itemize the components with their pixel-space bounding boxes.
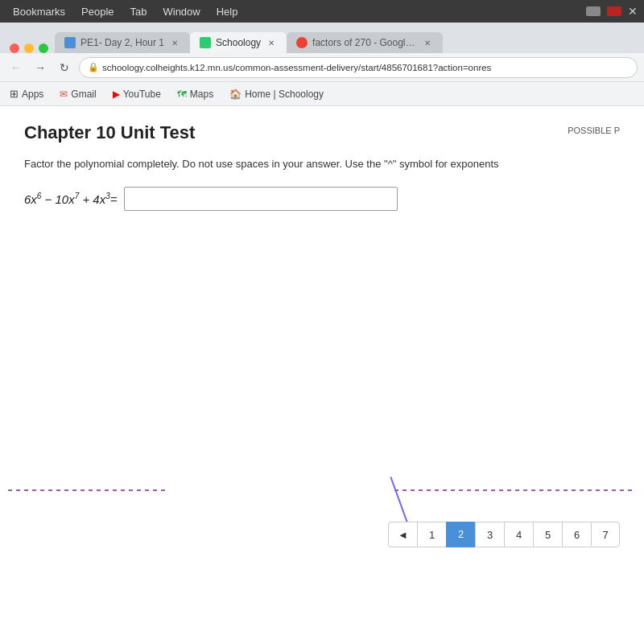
page-title: Chapter 10 Unit Test	[24, 122, 195, 143]
menu-help[interactable]: Help	[210, 4, 245, 19]
content-area: Chapter 10 Unit Test POSSIBLE P Factor t…	[0, 106, 644, 644]
menu-people[interactable]: People	[75, 4, 120, 19]
bookmark-maps[interactable]: 🗺 Maps	[174, 87, 217, 101]
pagination-page-4[interactable]: 4	[504, 522, 533, 547]
tab-favicon-pe1	[64, 37, 76, 48]
traffic-lights	[3, 43, 55, 53]
maps-icon: 🗺	[177, 89, 187, 100]
bookmark-gmail-label: Gmail	[71, 89, 96, 100]
decorative-line-left	[8, 489, 169, 491]
points-area: POSSIBLE P	[568, 122, 620, 137]
bookmark-gmail[interactable]: ✉ Gmail	[56, 87, 99, 101]
bookmark-schoology[interactable]: 🏠 Home | Schoology	[226, 87, 327, 101]
pagination: ◄ 1 2 3 4 5 6 7	[388, 522, 620, 547]
schoology-icon: 🏠	[229, 89, 242, 100]
question-instruction: Factor the polynomial completely. Do not…	[24, 156, 620, 172]
flag-icon	[607, 6, 621, 16]
maximize-window-button[interactable]	[39, 43, 48, 53]
pagination-prev[interactable]: ◄	[388, 522, 417, 547]
pagination-page-7[interactable]: 7	[591, 522, 620, 547]
zoom-icon	[586, 6, 601, 16]
apps-icon: ⊞	[10, 88, 19, 100]
bookmark-youtube-label: YouTube	[123, 89, 161, 100]
address-field[interactable]: 🔒 schoology.colheights.k12.mn.us/common-…	[79, 57, 638, 78]
tab-bar: PE1- Day 2, Hour 1 ✕ Schoology ✕ factors…	[0, 23, 644, 53]
lock-icon: 🔒	[88, 62, 99, 72]
pagination-page-5[interactable]: 5	[533, 522, 562, 547]
close-icon[interactable]: ✕	[628, 5, 638, 18]
bookmark-apps[interactable]: ⊞ Apps	[6, 86, 47, 101]
answer-input[interactable]	[124, 187, 398, 211]
tab-label-schoology: Schoology	[216, 37, 261, 48]
tab-close-schoology[interactable]: ✕	[266, 37, 277, 48]
tab-google[interactable]: factors of 270 - Google Sear... ✕	[287, 32, 443, 53]
tab-favicon-google	[296, 37, 308, 48]
menu-tab[interactable]: Tab	[124, 4, 154, 19]
menu-bookmarks[interactable]: Bookmarks	[6, 4, 72, 19]
bookmarks-bar: ⊞ Apps ✉ Gmail ▶ YouTube 🗺 Maps 🏠 Home |…	[0, 82, 644, 106]
menu-bar: Bookmarks People Tab Window Help ✕	[0, 0, 644, 23]
menu-window[interactable]: Window	[156, 4, 206, 19]
tab-pe1[interactable]: PE1- Day 2, Hour 1 ✕	[55, 32, 190, 53]
question-row: 6x6 − 10x7 + 4x3=	[24, 187, 620, 211]
tab-close-pe1[interactable]: ✕	[169, 37, 180, 48]
menubar-right: ✕	[586, 5, 638, 18]
page-content: Chapter 10 Unit Test POSSIBLE P Factor t…	[0, 106, 644, 644]
pagination-page-6[interactable]: 6	[562, 522, 591, 547]
pagination-page-2[interactable]: 2	[446, 522, 475, 547]
possible-points-label: POSSIBLE P	[568, 126, 620, 135]
pagination-page-1[interactable]: 1	[417, 522, 446, 547]
tab-schoology[interactable]: Schoology ✕	[190, 32, 287, 53]
url-text: schoology.colheights.k12.mn.us/common-as…	[102, 63, 491, 72]
bookmark-apps-label: Apps	[22, 89, 43, 100]
reload-button[interactable]: ↻	[55, 58, 74, 77]
bookmark-youtube[interactable]: ▶ YouTube	[109, 87, 164, 101]
youtube-icon: ▶	[113, 89, 120, 100]
bookmark-maps-label: Maps	[190, 89, 213, 100]
decorative-line-right	[394, 489, 636, 491]
minimize-window-button[interactable]	[24, 43, 34, 53]
forward-button[interactable]: →	[31, 58, 50, 77]
bookmark-schoology-label: Home | Schoology	[245, 89, 324, 100]
page-header: Chapter 10 Unit Test POSSIBLE P	[24, 122, 620, 143]
tab-favicon-schoology	[200, 37, 211, 48]
close-window-button[interactable]	[10, 43, 19, 53]
math-expression: 6x6 − 10x7 + 4x3=	[24, 192, 118, 206]
tab-label-google: factors of 270 - Google Sear...	[312, 37, 417, 48]
gmail-icon: ✉	[60, 89, 68, 100]
address-bar: ← → ↻ 🔒 schoology.colheights.k12.mn.us/c…	[0, 53, 644, 82]
tab-close-google[interactable]: ✕	[422, 37, 433, 48]
pagination-page-3[interactable]: 3	[475, 522, 504, 547]
tab-label-pe1: PE1- Day 2, Hour 1	[80, 37, 164, 48]
back-button[interactable]: ←	[6, 58, 26, 77]
